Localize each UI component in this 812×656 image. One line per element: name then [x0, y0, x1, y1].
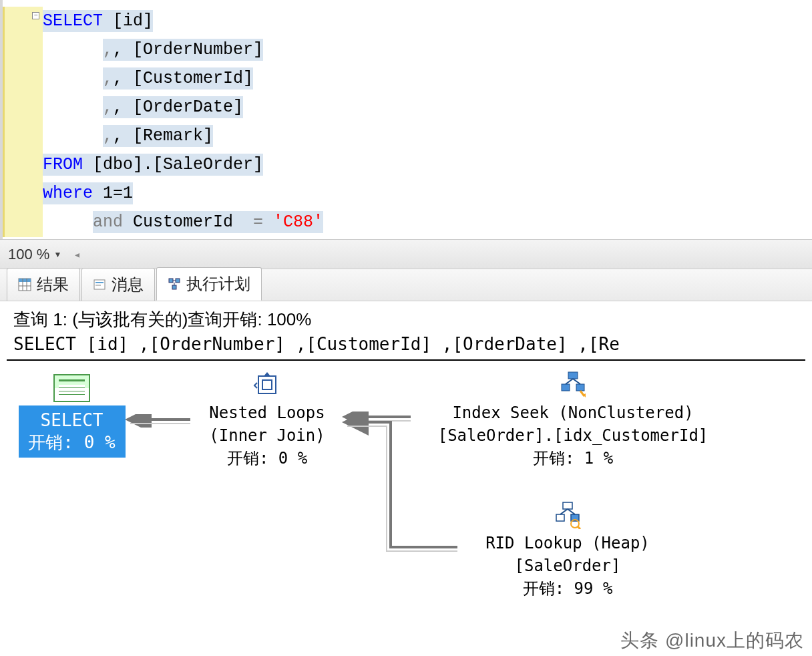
results-tabs-bar: 结果 消息 执行计划 — [0, 269, 812, 301]
node-subtitle: [SaleOrder] — [515, 554, 621, 577]
plan-query-header: 查询 1: (与该批有关的)查询开销: 100% — [7, 304, 805, 333]
node-subtitle: [SaleOrder].[idx_CustomerId] — [438, 424, 708, 447]
tab-label: 结果 — [37, 274, 69, 295]
sql-editor-area: SELECT [id] ,, [OrderNumber] ,, [Custome… — [0, 0, 812, 239]
node-subtitle: (Inner Join) — [209, 424, 325, 447]
sql-string: 'C88' — [263, 212, 323, 232]
sql-column: , [Remark] — [113, 126, 213, 146]
editor-margin — [3, 0, 43, 239]
zoom-level[interactable]: 100 % — [8, 246, 49, 263]
svg-rect-9 — [176, 279, 180, 283]
grid-icon — [18, 278, 31, 291]
svg-line-27 — [568, 509, 575, 514]
sql-column: , [OrderDate] — [113, 98, 243, 117]
message-icon — [93, 278, 106, 291]
sql-keyword: FROM — [43, 155, 83, 174]
node-title: RID Lookup (Heap) — [485, 532, 650, 554]
node-title: SELECT — [27, 409, 118, 432]
svg-rect-19 — [562, 384, 570, 391]
collapse-toggle-icon[interactable] — [32, 12, 39, 19]
sql-keyword: and — [93, 212, 123, 232]
sql-operator: = — [253, 212, 263, 232]
node-title: Nested Loops — [209, 401, 325, 424]
node-cost: 开销: 1 % — [533, 447, 613, 470]
sql-column: CustomerId — [123, 212, 253, 232]
sql-condition: 1=1 — [93, 184, 133, 203]
node-cost: 开销: 99 % — [523, 577, 613, 600]
svg-rect-24 — [556, 514, 564, 521]
svg-rect-1 — [19, 279, 31, 282]
watermark-text: 头条 @linux上的码农 — [620, 628, 804, 653]
svg-line-22 — [573, 379, 580, 384]
sql-keyword: SELECT — [43, 11, 103, 31]
node-cost: 开销: 0 % — [27, 432, 118, 454]
svg-line-21 — [566, 379, 573, 384]
sql-column: [id] — [103, 11, 153, 31]
plan-node-nested-loops[interactable]: Nested Loops (Inner Join) 开销: 0 % — [184, 371, 351, 470]
svg-rect-8 — [169, 279, 173, 283]
rid-lookup-icon — [554, 501, 582, 529]
chevron-down-icon[interactable]: ▼ — [53, 250, 61, 259]
node-cost: 开销: 0 % — [227, 447, 307, 470]
sql-object: [dbo].[SaleOrder] — [83, 155, 263, 174]
tab-execution-plan[interactable]: 执行计划 — [156, 267, 262, 301]
svg-rect-18 — [568, 372, 578, 379]
plan-canvas[interactable]: SELECT 开销: 0 % Nested Loops (Inner Join)… — [7, 361, 805, 628]
index-seek-icon — [559, 371, 587, 399]
svg-rect-20 — [576, 384, 584, 391]
zoom-bar: 100 % ▼ ◂ — [0, 239, 812, 269]
node-title: Index Seek (NonClustered) — [452, 401, 693, 424]
tab-label: 消息 — [112, 274, 144, 295]
svg-rect-23 — [563, 502, 572, 509]
select-result-icon — [53, 374, 90, 402]
plan-query-text: SELECT [id] ,[OrderNumber] ,[CustomerId]… — [7, 333, 805, 361]
tab-messages[interactable]: 消息 — [81, 268, 155, 301]
svg-line-26 — [560, 509, 568, 514]
svg-line-29 — [578, 526, 580, 529]
svg-rect-5 — [94, 280, 105, 289]
execution-plan-panel: 查询 1: (与该批有关的)查询开销: 100% SELECT [id] ,[O… — [0, 301, 812, 631]
tab-label: 执行计划 — [186, 273, 250, 295]
svg-rect-10 — [172, 285, 176, 289]
code-body[interactable]: SELECT [id] ,, [OrderNumber] ,, [Custome… — [43, 0, 812, 239]
plan-node-rid-lookup[interactable]: RID Lookup (Heap) [SaleOrder] 开销: 99 % — [444, 501, 691, 600]
chevron-left-icon[interactable]: ◂ — [75, 249, 79, 260]
sql-keyword: where — [43, 184, 93, 203]
nested-loops-icon — [253, 371, 281, 399]
plan-node-index-seek[interactable]: Index Seek (NonClustered) [SaleOrder].[i… — [406, 371, 740, 470]
sql-column: , [CustomerId] — [113, 69, 253, 88]
execution-plan-icon — [168, 277, 181, 291]
plan-node-select[interactable]: SELECT 开销: 0 % — [20, 374, 124, 458]
sql-column: , [OrderNumber] — [113, 40, 263, 59]
svg-rect-17 — [258, 376, 276, 393]
tab-results[interactable]: 结果 — [7, 268, 80, 301]
